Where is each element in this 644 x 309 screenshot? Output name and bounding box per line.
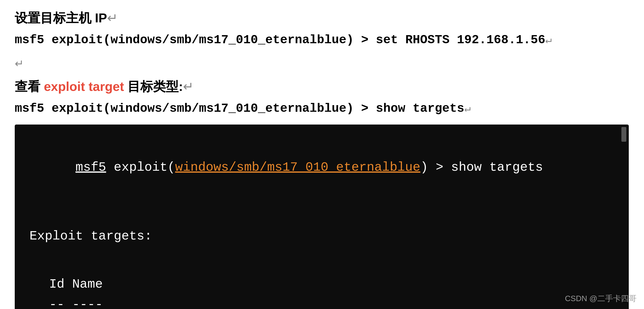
section2-heading-highlight: exploit target <box>44 79 124 94</box>
section2-command: msf5 exploit(windows/smb/ms17_010_eterna… <box>15 100 629 117</box>
section2-heading-prefix: 查看 <box>15 79 44 94</box>
section2-command-text: msf5 exploit(windows/smb/ms17_010_eterna… <box>15 102 464 116</box>
section2-heading: 查看 exploit target 目标类型:↵ <box>15 78 629 95</box>
section1-command-text: msf5 exploit(windows/smb/ms17_010_eterna… <box>15 33 545 47</box>
section1-return-symbol: ↵ <box>15 58 24 70</box>
section1-title: 设置目标主机 IP↵ <box>15 10 629 26</box>
terminal-header-id: Id <box>49 277 64 292</box>
terminal-exploit-prefix: exploit( <box>106 160 175 175</box>
scrollbar[interactable] <box>622 127 626 142</box>
terminal-section-label: Exploit targets: <box>30 226 614 246</box>
terminal-table-header: Id Name <box>49 274 614 294</box>
terminal-divider-id: -- <box>49 298 64 309</box>
terminal-line1: msf5 exploit(windows/smb/ms17_010_eterna… <box>30 137 614 198</box>
section2-command-return: ↵ <box>464 103 471 115</box>
terminal-exploit-suffix: ) > show targets <box>420 160 543 175</box>
section1-title-text: 设置目标主机 IP <box>15 11 107 25</box>
terminal-divider-name: ---- <box>64 298 103 309</box>
watermark-text: CSDN @二手卡四哥 <box>565 294 637 303</box>
section1-command-return: ↵ <box>545 34 552 46</box>
watermark: CSDN @二手卡四哥 <box>565 293 637 304</box>
section2-heading-return: ↵ <box>183 79 194 94</box>
section1-small-return: ↵ <box>15 56 629 71</box>
terminal-msf5: msf5 <box>76 160 106 175</box>
terminal-table: Id Name -- ---- 0 Windows 7 and Server 2… <box>30 274 614 309</box>
page-container: 设置目标主机 IP↵ msf5 exploit(windows/smb/ms17… <box>15 10 629 309</box>
section1-title-return: ↵ <box>107 11 118 25</box>
terminal-block: msf5 exploit(windows/smb/ms17_010_eterna… <box>15 124 629 309</box>
terminal-section-label-text: Exploit targets: <box>30 229 152 244</box>
section2-heading-suffix: 目标类型: <box>124 79 183 94</box>
terminal-table-divider: -- ---- <box>49 294 614 309</box>
terminal-blank2 <box>30 249 614 269</box>
terminal-header-name: Name <box>64 277 103 292</box>
terminal-module: windows/smb/ms17_010_eternalblue <box>175 160 420 175</box>
terminal-blank1 <box>30 198 614 218</box>
section1-command: msf5 exploit(windows/smb/ms17_010_eterna… <box>15 32 629 49</box>
